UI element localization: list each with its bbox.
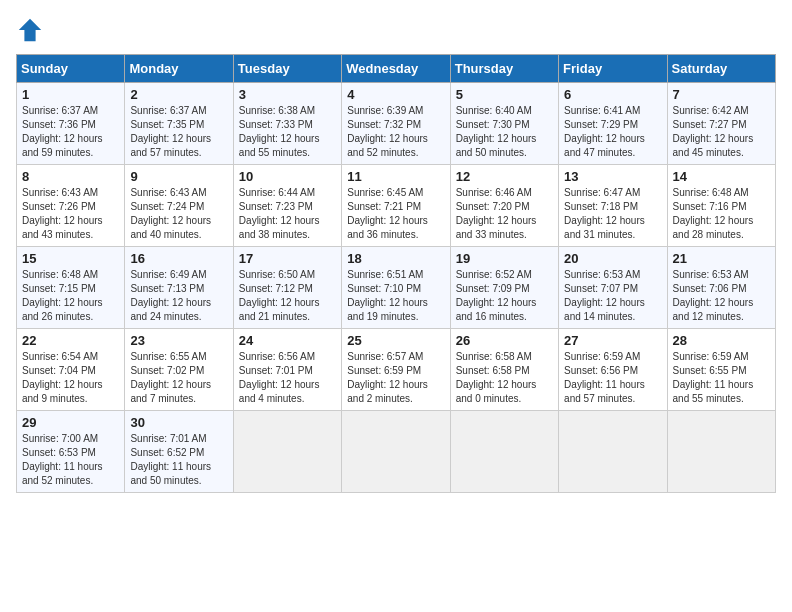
day-info: Sunrise: 6:44 AMSunset: 7:23 PMDaylight:…	[239, 186, 336, 242]
calendar-cell: 11Sunrise: 6:45 AMSunset: 7:21 PMDayligh…	[342, 165, 450, 247]
calendar-cell: 14Sunrise: 6:48 AMSunset: 7:16 PMDayligh…	[667, 165, 775, 247]
day-info: Sunrise: 6:42 AMSunset: 7:27 PMDaylight:…	[673, 104, 770, 160]
day-info: Sunrise: 6:51 AMSunset: 7:10 PMDaylight:…	[347, 268, 444, 324]
day-number: 29	[22, 415, 119, 430]
calendar-cell: 24Sunrise: 6:56 AMSunset: 7:01 PMDayligh…	[233, 329, 341, 411]
day-header-row: SundayMondayTuesdayWednesdayThursdayFrid…	[17, 55, 776, 83]
day-info: Sunrise: 6:50 AMSunset: 7:12 PMDaylight:…	[239, 268, 336, 324]
day-info: Sunrise: 6:37 AMSunset: 7:36 PMDaylight:…	[22, 104, 119, 160]
calendar-table: SundayMondayTuesdayWednesdayThursdayFrid…	[16, 54, 776, 493]
day-info: Sunrise: 6:39 AMSunset: 7:32 PMDaylight:…	[347, 104, 444, 160]
day-number: 10	[239, 169, 336, 184]
logo-icon	[16, 16, 44, 44]
day-number: 13	[564, 169, 661, 184]
day-number: 30	[130, 415, 227, 430]
day-info: Sunrise: 6:41 AMSunset: 7:29 PMDaylight:…	[564, 104, 661, 160]
day-info: Sunrise: 6:53 AMSunset: 7:06 PMDaylight:…	[673, 268, 770, 324]
day-info: Sunrise: 6:45 AMSunset: 7:21 PMDaylight:…	[347, 186, 444, 242]
day-info: Sunrise: 6:54 AMSunset: 7:04 PMDaylight:…	[22, 350, 119, 406]
day-info: Sunrise: 6:38 AMSunset: 7:33 PMDaylight:…	[239, 104, 336, 160]
day-number: 1	[22, 87, 119, 102]
calendar-cell: 28Sunrise: 6:59 AMSunset: 6:55 PMDayligh…	[667, 329, 775, 411]
calendar-cell: 2Sunrise: 6:37 AMSunset: 7:35 PMDaylight…	[125, 83, 233, 165]
calendar-week-5: 29Sunrise: 7:00 AMSunset: 6:53 PMDayligh…	[17, 411, 776, 493]
day-number: 11	[347, 169, 444, 184]
day-header-friday: Friday	[559, 55, 667, 83]
day-number: 18	[347, 251, 444, 266]
day-number: 4	[347, 87, 444, 102]
day-info: Sunrise: 7:00 AMSunset: 6:53 PMDaylight:…	[22, 432, 119, 488]
day-number: 17	[239, 251, 336, 266]
calendar-cell	[559, 411, 667, 493]
day-info: Sunrise: 6:58 AMSunset: 6:58 PMDaylight:…	[456, 350, 553, 406]
calendar-cell: 13Sunrise: 6:47 AMSunset: 7:18 PMDayligh…	[559, 165, 667, 247]
day-info: Sunrise: 6:48 AMSunset: 7:16 PMDaylight:…	[673, 186, 770, 242]
calendar-week-4: 22Sunrise: 6:54 AMSunset: 7:04 PMDayligh…	[17, 329, 776, 411]
day-number: 25	[347, 333, 444, 348]
svg-marker-0	[19, 19, 41, 41]
day-number: 9	[130, 169, 227, 184]
calendar-cell: 10Sunrise: 6:44 AMSunset: 7:23 PMDayligh…	[233, 165, 341, 247]
calendar-cell: 29Sunrise: 7:00 AMSunset: 6:53 PMDayligh…	[17, 411, 125, 493]
day-info: Sunrise: 6:47 AMSunset: 7:18 PMDaylight:…	[564, 186, 661, 242]
calendar-cell	[450, 411, 558, 493]
calendar-cell: 16Sunrise: 6:49 AMSunset: 7:13 PMDayligh…	[125, 247, 233, 329]
day-info: Sunrise: 6:56 AMSunset: 7:01 PMDaylight:…	[239, 350, 336, 406]
logo	[16, 16, 48, 44]
calendar-cell	[233, 411, 341, 493]
calendar-cell: 18Sunrise: 6:51 AMSunset: 7:10 PMDayligh…	[342, 247, 450, 329]
day-info: Sunrise: 6:46 AMSunset: 7:20 PMDaylight:…	[456, 186, 553, 242]
day-number: 28	[673, 333, 770, 348]
calendar-cell: 12Sunrise: 6:46 AMSunset: 7:20 PMDayligh…	[450, 165, 558, 247]
day-number: 21	[673, 251, 770, 266]
day-number: 26	[456, 333, 553, 348]
calendar-cell: 15Sunrise: 6:48 AMSunset: 7:15 PMDayligh…	[17, 247, 125, 329]
day-header-monday: Monday	[125, 55, 233, 83]
calendar-cell: 19Sunrise: 6:52 AMSunset: 7:09 PMDayligh…	[450, 247, 558, 329]
day-info: Sunrise: 6:49 AMSunset: 7:13 PMDaylight:…	[130, 268, 227, 324]
calendar-cell	[667, 411, 775, 493]
calendar-cell: 3Sunrise: 6:38 AMSunset: 7:33 PMDaylight…	[233, 83, 341, 165]
day-info: Sunrise: 6:59 AMSunset: 6:56 PMDaylight:…	[564, 350, 661, 406]
day-number: 22	[22, 333, 119, 348]
day-number: 5	[456, 87, 553, 102]
calendar-cell: 6Sunrise: 6:41 AMSunset: 7:29 PMDaylight…	[559, 83, 667, 165]
day-number: 6	[564, 87, 661, 102]
day-number: 20	[564, 251, 661, 266]
day-number: 8	[22, 169, 119, 184]
day-number: 24	[239, 333, 336, 348]
day-info: Sunrise: 6:37 AMSunset: 7:35 PMDaylight:…	[130, 104, 227, 160]
day-info: Sunrise: 6:40 AMSunset: 7:30 PMDaylight:…	[456, 104, 553, 160]
day-number: 14	[673, 169, 770, 184]
day-info: Sunrise: 6:53 AMSunset: 7:07 PMDaylight:…	[564, 268, 661, 324]
calendar-cell: 7Sunrise: 6:42 AMSunset: 7:27 PMDaylight…	[667, 83, 775, 165]
calendar-cell: 9Sunrise: 6:43 AMSunset: 7:24 PMDaylight…	[125, 165, 233, 247]
day-info: Sunrise: 6:55 AMSunset: 7:02 PMDaylight:…	[130, 350, 227, 406]
calendar-cell: 17Sunrise: 6:50 AMSunset: 7:12 PMDayligh…	[233, 247, 341, 329]
calendar-cell: 25Sunrise: 6:57 AMSunset: 6:59 PMDayligh…	[342, 329, 450, 411]
day-info: Sunrise: 7:01 AMSunset: 6:52 PMDaylight:…	[130, 432, 227, 488]
day-header-thursday: Thursday	[450, 55, 558, 83]
day-info: Sunrise: 6:48 AMSunset: 7:15 PMDaylight:…	[22, 268, 119, 324]
day-header-sunday: Sunday	[17, 55, 125, 83]
day-info: Sunrise: 6:43 AMSunset: 7:26 PMDaylight:…	[22, 186, 119, 242]
calendar-cell: 8Sunrise: 6:43 AMSunset: 7:26 PMDaylight…	[17, 165, 125, 247]
calendar-cell: 27Sunrise: 6:59 AMSunset: 6:56 PMDayligh…	[559, 329, 667, 411]
day-number: 7	[673, 87, 770, 102]
calendar-week-1: 1Sunrise: 6:37 AMSunset: 7:36 PMDaylight…	[17, 83, 776, 165]
day-number: 3	[239, 87, 336, 102]
day-info: Sunrise: 6:43 AMSunset: 7:24 PMDaylight:…	[130, 186, 227, 242]
calendar-cell: 20Sunrise: 6:53 AMSunset: 7:07 PMDayligh…	[559, 247, 667, 329]
day-header-tuesday: Tuesday	[233, 55, 341, 83]
day-number: 16	[130, 251, 227, 266]
calendar-week-3: 15Sunrise: 6:48 AMSunset: 7:15 PMDayligh…	[17, 247, 776, 329]
day-number: 12	[456, 169, 553, 184]
day-header-saturday: Saturday	[667, 55, 775, 83]
calendar-cell: 5Sunrise: 6:40 AMSunset: 7:30 PMDaylight…	[450, 83, 558, 165]
calendar-cell: 30Sunrise: 7:01 AMSunset: 6:52 PMDayligh…	[125, 411, 233, 493]
calendar-week-2: 8Sunrise: 6:43 AMSunset: 7:26 PMDaylight…	[17, 165, 776, 247]
day-number: 2	[130, 87, 227, 102]
calendar-cell: 23Sunrise: 6:55 AMSunset: 7:02 PMDayligh…	[125, 329, 233, 411]
calendar-cell	[342, 411, 450, 493]
day-number: 15	[22, 251, 119, 266]
